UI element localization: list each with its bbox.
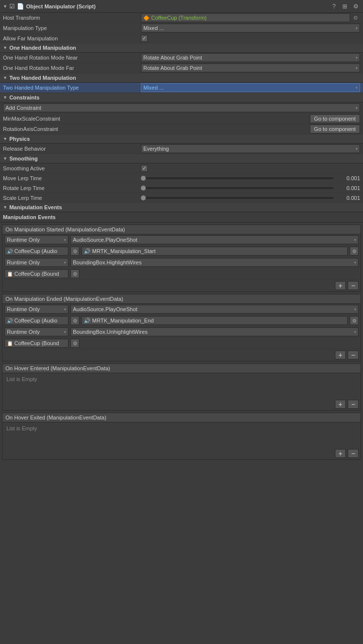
manip-events-inner-title: Manipulation Events	[0, 212, 363, 223]
move-lerp-label: Move Lerp Time	[3, 175, 141, 181]
rotate-lerp-value: 0.001	[335, 185, 360, 191]
move-lerp-track[interactable]	[141, 177, 333, 179]
ended-row-1: Runtime Only ▾ BoundingBox.UnhighlightWi…	[2, 326, 361, 338]
hover-exited-minus-btn[interactable]: −	[348, 449, 359, 458]
host-transform-value: CoffeeCup (Transform)	[151, 15, 206, 21]
settings-icon[interactable]: ⚙	[351, 2, 360, 11]
physics-section-header[interactable]: ▼ Physics	[0, 134, 363, 144]
hover-exited-empty: List is Empty	[2, 422, 361, 434]
script-icon: 📄	[17, 3, 24, 10]
hover-entered-minus-btn[interactable]: −	[348, 400, 359, 409]
hover-exited-footer: + −	[2, 434, 361, 459]
ended-object-1[interactable]: 📋 CoffeeCup (Bound	[4, 339, 68, 348]
started-plus-btn[interactable]: +	[335, 281, 346, 290]
one-hand-far-dropdown[interactable]: Rotate About Grab Point ▾	[141, 64, 360, 72]
ended-object-0[interactable]: 🔊 CoffeeCup (Audio	[4, 316, 68, 325]
one-hand-near-row: One Hand Rotation Mode Near Rotate About…	[0, 53, 363, 63]
one-hand-far-row: One Hand Rotation Mode Far Rotate About …	[0, 63, 363, 73]
started-object-gear-0[interactable]: ⚙	[70, 247, 79, 256]
release-behavior-value: Everything	[143, 146, 169, 152]
ended-plus-btn[interactable]: +	[335, 351, 346, 359]
ended-footer: + −	[2, 349, 361, 361]
physics-arrow: ▼	[3, 136, 7, 141]
ended-object-row-0: 🔊 CoffeeCup (Audio ⚙ 🔊 MRTK_Manipulation…	[2, 315, 361, 326]
constraints-section-header[interactable]: ▼ Constraints	[0, 93, 363, 102]
ended-method-1[interactable]: BoundingBox.UnhighlightWires ▾	[70, 327, 359, 336]
started-method-0[interactable]: AudioSource.PlayOneShot ▾	[70, 235, 359, 244]
started-method-1[interactable]: BoundingBox.HighlightWires ▾	[70, 258, 359, 267]
layout-icon[interactable]: ⊞	[340, 2, 349, 11]
physics-title: Physics	[9, 136, 30, 142]
one-hand-near-arrow: ▾	[356, 56, 358, 60]
add-constraint-dropdown[interactable]: Add Constraint ▾	[3, 103, 360, 112]
release-behavior-dropdown[interactable]: Everything ▾	[141, 144, 360, 153]
two-handed-type-dropdown[interactable]: Mixed ... ▾	[141, 83, 360, 92]
help-icon[interactable]: ?	[330, 2, 338, 11]
started-minus-btn[interactable]: −	[348, 281, 359, 290]
manipulation-started-header: On Manipulation Started (ManipulationEve…	[2, 225, 361, 234]
checkbox-icon[interactable]: ☑	[9, 3, 15, 10]
one-hand-far-label: One Hand Rotation Mode Far	[3, 65, 141, 71]
started-row-1: Runtime Only ▾ BoundingBox.HighlightWire…	[2, 257, 361, 268]
scale-lerp-thumb[interactable]	[141, 195, 146, 200]
allow-far-checkbox[interactable]	[141, 35, 148, 42]
host-transform-field[interactable]: 🔶 CoffeeCup (Transform)	[141, 13, 350, 22]
scale-lerp-row: Scale Lerp Time 0.001	[0, 193, 363, 203]
one-hand-near-value: Rotate About Grab Point	[143, 55, 202, 61]
one-handed-section-header[interactable]: ▼ One Handed Manipulation	[0, 43, 363, 53]
manip-events-section-header[interactable]: ▼ Manipulation Events	[0, 203, 363, 212]
ended-method-0[interactable]: AudioSource.PlayOneShot ▾	[70, 305, 359, 314]
rotate-lerp-label: Rotate Lerp Time	[3, 185, 141, 191]
hover-entered-empty: List is Empty	[2, 373, 361, 385]
move-lerp-thumb[interactable]	[141, 176, 146, 181]
release-behavior-row: Release Behavior Everything ▾	[0, 144, 363, 154]
scale-lerp-track[interactable]	[141, 197, 333, 199]
started-object-1[interactable]: 📋 CoffeeCup (Bound	[4, 269, 68, 278]
min-max-go-button[interactable]: Go to component	[310, 114, 360, 123]
started-object-gear-1[interactable]: ⚙	[70, 269, 79, 278]
manip-events-title: Manipulation Events	[9, 204, 62, 210]
host-transform-gear[interactable]: ⚙	[351, 13, 360, 22]
ended-object-gear-0[interactable]: ⚙	[70, 316, 79, 325]
one-hand-near-dropdown[interactable]: Rotate About Grab Point ▾	[141, 53, 360, 62]
one-handed-title: One Handed Manipulation	[9, 45, 76, 51]
manipulation-started-section: On Manipulation Started (ManipulationEve…	[2, 225, 361, 292]
add-constraint-arrow: ▾	[356, 106, 358, 110]
started-runtime-1[interactable]: Runtime Only ▾	[4, 258, 68, 267]
two-handed-type-row: Two Handed Manipulation Type Mixed ... ▾	[0, 83, 363, 93]
ended-object-icon-1: 📋	[7, 341, 13, 346]
hover-exited-header: On Hover Exited (ManipulationEventData)	[2, 413, 361, 422]
collapse-arrow-icon[interactable]: ▼	[3, 4, 7, 9]
started-object-0[interactable]: 🔊 CoffeeCup (Audio	[4, 247, 68, 256]
hover-exited-plus-btn[interactable]: +	[335, 449, 346, 458]
ended-minus-btn[interactable]: −	[348, 351, 359, 359]
scale-lerp-label: Scale Lerp Time	[3, 195, 141, 201]
smoothing-arrow: ▼	[3, 156, 7, 161]
ended-runtime-0[interactable]: Runtime Only ▾	[4, 305, 68, 314]
started-object-row-1: 📋 CoffeeCup (Bound ⚙	[2, 268, 361, 280]
manipulation-type-value: Mixed ...	[143, 25, 164, 31]
started-runtime-0[interactable]: Runtime Only ▾	[4, 235, 68, 244]
two-handed-type-arrow: ▾	[356, 86, 358, 90]
two-handed-section-header[interactable]: ▼ Two Handed Manipulation	[0, 73, 363, 83]
two-handed-title: Two Handed Manipulation	[9, 75, 76, 81]
rotate-lerp-thumb[interactable]	[141, 186, 146, 191]
two-handed-type-label: Two Handed Manipulation Type	[3, 85, 141, 91]
rotation-go-button[interactable]: Go to component	[310, 125, 360, 133]
manipulation-ended-section: On Manipulation Ended (ManipulationEvent…	[2, 294, 361, 361]
ended-object-gear-1[interactable]: ⚙	[70, 339, 79, 348]
started-function-gear-0[interactable]: ⚙	[350, 247, 359, 256]
started-function-0[interactable]: 🔊 MRTK_Manipulation_Start	[81, 247, 348, 256]
ended-function-0[interactable]: 🔊 MRTK_Manipulation_End	[81, 316, 348, 325]
smoothing-section-header[interactable]: ▼ Smoothing	[0, 154, 363, 163]
ended-runtime-1[interactable]: Runtime Only ▾	[4, 327, 68, 336]
manipulation-type-dropdown[interactable]: Mixed ... ▾	[141, 24, 360, 32]
one-hand-far-value: Rotate About Grab Point	[143, 65, 202, 71]
rotate-lerp-track[interactable]	[141, 187, 333, 189]
smoothing-active-checkbox[interactable]	[141, 165, 148, 172]
hover-exited-section: On Hover Exited (ManipulationEventData) …	[2, 413, 361, 460]
one-hand-near-label: One Hand Rotation Mode Near	[3, 55, 141, 61]
manipulation-ended-header: On Manipulation Ended (ManipulationEvent…	[2, 294, 361, 304]
hover-entered-plus-btn[interactable]: +	[335, 400, 346, 409]
ended-function-gear-0[interactable]: ⚙	[350, 316, 359, 325]
